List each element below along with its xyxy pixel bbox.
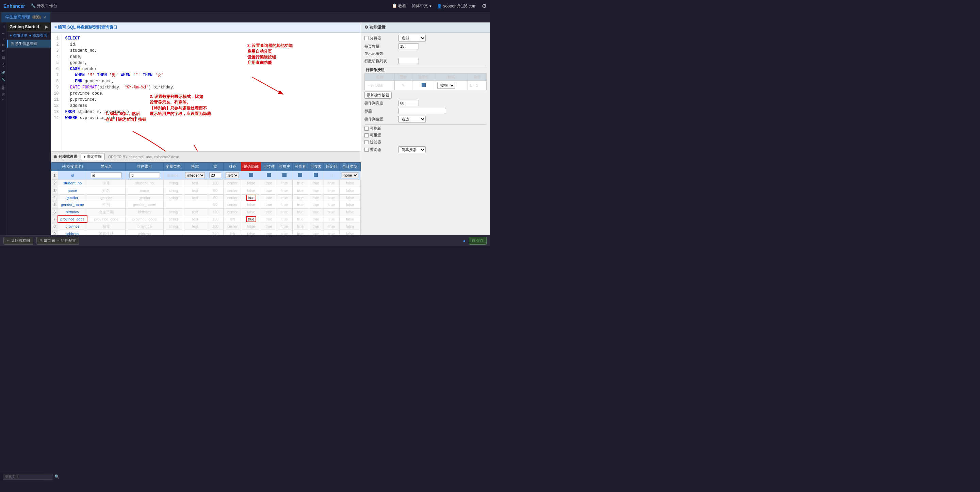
action-row[interactable]: －行 编辑 ✎ 按钮 1 = 1	[365, 81, 487, 90]
status-dot: ●	[463, 239, 466, 243]
action-col-style: 样式	[435, 73, 468, 81]
user-label[interactable]: 👤 soooon@126.com	[437, 4, 476, 8]
tab-student-mgmt[interactable]: 学生信息管理 100 ✕	[2, 12, 50, 22]
icon-arrow: ↕	[2, 98, 5, 102]
paginator-select[interactable]: 底部	[398, 35, 426, 41]
reset-label: 可重置	[370, 133, 381, 138]
data-table-wrap: 列名(变量名) 显示名 排序索引 变量类型 格式 宽 对齐 是否隐藏 可拉伸	[51, 162, 361, 235]
filter-label: 过滤器	[370, 140, 381, 145]
title-row: 标题	[364, 108, 487, 114]
edit-icon: ✎	[402, 83, 405, 88]
column-panel-title: 田 列模式设置	[54, 154, 77, 159]
icon-grid: ⊞	[2, 43, 5, 47]
col-header-num	[51, 162, 58, 171]
refresh-row: 可刷新	[364, 126, 487, 131]
searcher-checkbox[interactable]	[364, 148, 369, 152]
reset-row: 可重置	[364, 133, 487, 138]
icon-code: </>	[2, 62, 5, 68]
icon-http: Http	[2, 84, 5, 91]
per-page-row: 每页数量	[364, 43, 487, 49]
reset-checkbox[interactable]	[364, 134, 369, 137]
col-header-viewable: 可查看	[292, 162, 308, 171]
table-row[interactable]: 2 student_no 学号 student_no string text 1…	[51, 179, 361, 187]
table-row[interactable]: 7 province_code province_code province_c…	[51, 216, 361, 223]
display-name-input	[91, 172, 121, 178]
workbench-label[interactable]: 🔧 开发工作台	[30, 3, 57, 9]
window-config-button[interactable]: ⊞ 窗口 ⊞ → 组件配置	[37, 237, 79, 245]
op-pos-select[interactable]: 右边	[398, 116, 426, 123]
table-row[interactable]: 6 birthday 出生日期 birthday string text 120…	[51, 208, 361, 216]
code-content[interactable]: SELECT id, student_no, name, gender, CAS…	[62, 34, 361, 150]
nav-right: 📋 教程 简体中文 ▾ 👤 soooon@126.com ⚙	[392, 3, 487, 9]
add-action-button[interactable]: 添加操作按钮	[364, 92, 392, 99]
col-header-display: 显示名	[87, 162, 126, 171]
col-header-name: 列名(变量名)	[58, 162, 87, 171]
back-to-flow-button[interactable]: ← 返回流程图	[3, 237, 33, 245]
col-header-stretch: 可拉伸	[261, 162, 277, 171]
action-col-display: 显示名	[412, 73, 435, 81]
bind-query-button[interactable]: ♦ 绑定查询	[81, 153, 105, 160]
add-menu-btn[interactable]: + 添加菜单	[10, 33, 27, 38]
center-content: ≡ 编写 SQL 将数据绑定到查询窗口 12345 678910 1112131…	[51, 22, 361, 235]
row-toggle-input[interactable]	[398, 58, 419, 64]
bottom-bar-left: ← 返回流程图 ⊞ 窗口 ⊞ → 组件配置	[3, 237, 79, 245]
app-logo: Enhancer	[3, 3, 25, 9]
searcher-select[interactable]: 简单搜索	[398, 146, 426, 153]
col-header-fixed: 固定列	[324, 162, 339, 171]
table-row[interactable]: 8 province 籍贯 province string text 100 c…	[51, 223, 361, 230]
op-pos-row: 操作列位置 右边	[364, 116, 487, 123]
filter-checkbox[interactable]	[364, 140, 369, 144]
sql-header: ≡ 编写 SQL 将数据绑定到查询窗口	[51, 22, 361, 33]
lang-selector[interactable]: 简体中文 ▾	[412, 3, 431, 9]
display-checkbox	[422, 83, 426, 87]
tab-badge: 100	[32, 15, 41, 19]
paginator-checkbox[interactable]	[364, 36, 369, 40]
sidebar-toggle-icon[interactable]: ◁	[2, 24, 5, 29]
col-header-hidden: 是否隐藏	[241, 162, 261, 171]
save-button[interactable]: ⊟ 保存	[469, 237, 487, 245]
op-width-input[interactable]	[398, 100, 419, 106]
action-col-icon: 图标	[395, 73, 412, 81]
op-pos-label: 操作列位置	[364, 117, 383, 122]
per-page-input[interactable]	[398, 43, 419, 49]
right-panel-title: ⚙ 功能设置	[364, 24, 385, 30]
style-select[interactable]: 按钮	[437, 82, 455, 89]
table-row[interactable]: 9 address 家庭住址 address 240 left false	[51, 230, 361, 235]
format-select: integer	[185, 172, 205, 178]
col-header-width: 宽	[207, 162, 224, 171]
sidebar-header: Getting Started ▶	[7, 22, 51, 32]
right-panel-header: ⚙ 功能设置	[361, 22, 490, 33]
page-icon: ⊟	[11, 41, 14, 46]
refresh-label: 可刷新	[370, 126, 381, 131]
col-header-align: 对齐	[224, 162, 241, 171]
table-row[interactable]: 4 gender gender gender string text 60 ce…	[51, 194, 361, 201]
tutorial-link[interactable]: 📋 教程	[392, 3, 406, 9]
bottom-bar-right: ● ⊟ 保存	[463, 237, 487, 245]
tab-label: 学生信息管理	[5, 14, 30, 20]
table-row[interactable]: 3 name 姓名 name string text 80 center fal…	[51, 187, 361, 194]
hidden-checkbox	[249, 173, 253, 177]
paginator-row: 分页器 底部	[364, 35, 487, 41]
row-toggle-row: 行数切换列表	[364, 58, 487, 64]
app-container: Enhancer 🔧 开发工作台 📋 教程 简体中文 ▾ 👤 soooon@12…	[0, 0, 490, 246]
icon-fx: fx	[2, 92, 5, 97]
title-input[interactable]	[398, 108, 446, 114]
icon-list: ≡	[2, 37, 5, 41]
op-width-row: 操作列宽度	[364, 100, 487, 106]
sidebar-title: Getting Started	[10, 24, 39, 29]
title-label: 标题	[364, 108, 372, 114]
refresh-checkbox[interactable]	[364, 127, 369, 131]
op-width-label: 操作列宽度	[364, 101, 383, 106]
gear-icon[interactable]: ⚙	[482, 3, 487, 9]
add-page-btn[interactable]: ● 添加页面	[29, 33, 47, 38]
column-panel-toolbar: 田 列模式设置 ♦ 绑定查询 ORDER BY colname1 asc, co…	[51, 152, 361, 162]
sidebar-item-student-mgmt[interactable]: ⊟ 学生信息管理	[7, 40, 51, 48]
page-item-label: 学生信息管理	[15, 41, 37, 46]
show-count-row: 显示记录数	[364, 51, 487, 56]
config-section: 分页器 底部 每页数量	[361, 33, 490, 157]
icon-layout: ▤	[2, 55, 5, 60]
sidebar-expand-icon[interactable]: ▶	[45, 24, 48, 29]
table-row[interactable]: 1 id number integer left	[51, 171, 361, 179]
table-row[interactable]: 5 gender_name 性别 gender_name 50 center f…	[51, 201, 361, 208]
tab-close-icon[interactable]: ✕	[43, 15, 46, 19]
